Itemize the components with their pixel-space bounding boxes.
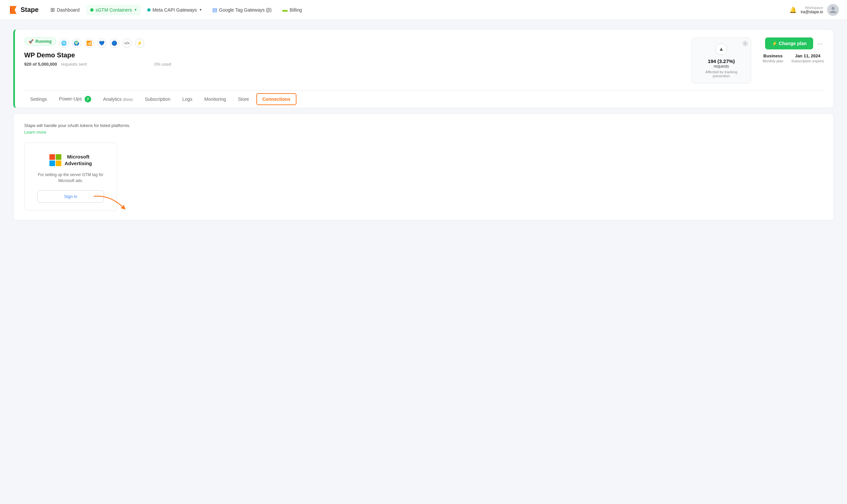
stats-unit: requests bbox=[700, 64, 743, 69]
tab-logs[interactable]: Logs bbox=[177, 92, 198, 107]
nav-right-area: 🔔 Workspace ira@stape.io bbox=[789, 4, 839, 16]
ms-logo: MicrosoftAdvertising bbox=[34, 154, 107, 166]
status-badge: 🚀 Running bbox=[24, 37, 56, 46]
requests-used: 920 of 5,000,000 bbox=[24, 62, 57, 67]
usage-pct: 0% used bbox=[154, 62, 171, 67]
ms-logo-text: MicrosoftAdvertising bbox=[65, 154, 92, 166]
tab-settings[interactable]: Settings bbox=[24, 92, 53, 107]
learn-more-link[interactable]: Learn more bbox=[24, 130, 46, 134]
nav-meta-label: Meta CAPI Gateways bbox=[152, 7, 197, 13]
icon-globe2[interactable]: 🌍 bbox=[72, 38, 81, 48]
nav-sgtm-icon bbox=[90, 8, 93, 12]
plan-expiry-date: Jan 11, 2024 bbox=[791, 53, 824, 58]
stats-sublabel: Affected by tracking bbox=[700, 70, 743, 74]
ms-green-square bbox=[56, 154, 61, 160]
tab-powerups[interactable]: Power-Ups 7 bbox=[53, 91, 97, 108]
container-card: 🚀 Running 🌐 🌍 📶 💙 🔵 </> ⚡ WP Demo Stape … bbox=[13, 29, 834, 108]
ms-ad-desc: For setting up the server GTM tag for Mi… bbox=[34, 172, 107, 184]
plan-expiry-label: Subscription expires bbox=[791, 59, 824, 63]
nav-gtag[interactable]: ▤ Google Tag Gateways (β) bbox=[208, 4, 276, 16]
stats-count: 194 (3.27%) bbox=[700, 58, 743, 64]
top-navigation: Stape ⊞ Dashboard sGTM Containers ▾ Meta… bbox=[0, 0, 847, 20]
plan-expiry-col: Jan 11, 2024 Subscription expires bbox=[791, 53, 824, 63]
tab-analytics[interactable]: Analytics (Beta) bbox=[97, 92, 139, 107]
nav-sgtm-label: sGTM Containers bbox=[95, 7, 132, 13]
plan-panel: ⚡ Change plan ··· Business Monthly plan … bbox=[751, 37, 824, 63]
nav-billing-icon: ▬ bbox=[282, 7, 288, 13]
icon-circle-blue[interactable]: 🔵 bbox=[110, 38, 119, 48]
plan-name-col: Business Monthly plan bbox=[763, 53, 783, 63]
icon-chart[interactable]: 📶 bbox=[85, 38, 94, 48]
requests-info: 920 of 5,000,000 requests sent 0% used bbox=[24, 62, 691, 67]
main-content: 🚀 Running 🌐 🌍 📶 💙 🔵 </> ⚡ WP Demo Stape … bbox=[0, 20, 847, 230]
arrow-annotation bbox=[91, 193, 130, 213]
plan-name: Business bbox=[763, 53, 783, 58]
nav-dashboard-label: Dashboard bbox=[57, 7, 79, 13]
plan-sub: Monthly plan bbox=[763, 59, 783, 63]
icon-heart[interactable]: 💙 bbox=[97, 38, 106, 48]
icon-globe1[interactable]: 🌐 bbox=[59, 38, 69, 48]
stats-info-icon[interactable]: i bbox=[742, 40, 748, 47]
workspace-email: ira@stape.io bbox=[800, 10, 823, 14]
tabs-row: Settings Power-Ups 7 Analytics (Beta) Su… bbox=[24, 90, 824, 108]
tab-store[interactable]: Store bbox=[232, 92, 255, 107]
container-top: 🚀 Running 🌐 🌍 📶 💙 🔵 </> ⚡ WP Demo Stape … bbox=[24, 37, 824, 84]
powerups-badge: 7 bbox=[85, 96, 91, 103]
more-options-button[interactable]: ··· bbox=[816, 38, 824, 49]
ms-blue-square bbox=[49, 161, 55, 166]
nav-gtag-label: Google Tag Gateways (β) bbox=[219, 7, 272, 13]
workspace-info: Workspace ira@stape.io bbox=[800, 6, 823, 14]
ms-yellow-square bbox=[56, 161, 61, 166]
bell-icon[interactable]: 🔔 bbox=[789, 6, 797, 14]
connections-section: Stape will handle your oAuth tokens for … bbox=[13, 113, 834, 220]
container-info: 🚀 Running 🌐 🌍 📶 💙 🔵 </> ⚡ WP Demo Stape … bbox=[24, 37, 691, 67]
nav-sgtm[interactable]: sGTM Containers ▾ bbox=[86, 5, 141, 15]
stats-panel: i ▲ 194 (3.27%) requests Affected by tra… bbox=[691, 37, 751, 84]
nav-meta[interactable]: Meta CAPI Gateways ▾ bbox=[143, 5, 205, 15]
tab-subscription[interactable]: Subscription bbox=[139, 92, 177, 107]
requests-label: requests sent bbox=[61, 62, 87, 67]
nav-gtag-icon: ▤ bbox=[212, 7, 217, 13]
ms-grid-icon bbox=[49, 154, 61, 166]
logo-text: Stape bbox=[21, 6, 38, 14]
status-text: Running bbox=[35, 39, 52, 44]
plan-details: Business Monthly plan Jan 11, 2024 Subsc… bbox=[763, 53, 824, 63]
app-logo[interactable]: Stape bbox=[8, 5, 38, 15]
container-title: WP Demo Stape bbox=[24, 51, 691, 59]
stats-sublabel2: prevention bbox=[700, 74, 743, 78]
workspace-label: Workspace bbox=[800, 6, 823, 10]
nav-sgtm-chevron: ▾ bbox=[134, 7, 137, 12]
stats-arrow-btn[interactable]: ▲ bbox=[715, 43, 727, 55]
avatar[interactable] bbox=[827, 4, 839, 16]
tab-monitoring[interactable]: Monitoring bbox=[198, 92, 232, 107]
nav-dashboard[interactable]: ⊞ Dashboard bbox=[47, 4, 84, 16]
status-emoji: 🚀 bbox=[29, 39, 34, 44]
ms-red-square bbox=[49, 154, 55, 160]
tab-connections[interactable]: Connections bbox=[256, 93, 296, 105]
change-plan-button[interactable]: ⚡ Change plan bbox=[765, 37, 813, 49]
nav-meta-chevron: ▾ bbox=[200, 7, 202, 12]
nav-billing[interactable]: ▬ Billing bbox=[278, 4, 306, 16]
analytics-suffix: (Beta) bbox=[123, 97, 133, 102]
ms-ad-card: MicrosoftAdvertising For setting up the … bbox=[24, 143, 117, 211]
icon-row: 🚀 Running 🌐 🌍 📶 💙 🔵 </> ⚡ bbox=[24, 37, 691, 49]
nav-billing-label: Billing bbox=[289, 7, 302, 13]
nav-meta-icon bbox=[147, 8, 150, 12]
connections-desc: Stape will handle your oAuth tokens for … bbox=[24, 123, 823, 128]
icon-code[interactable]: </> bbox=[122, 38, 132, 48]
top-right-actions: ⚡ Change plan ··· bbox=[765, 37, 824, 49]
icon-lightning[interactable]: ⚡ bbox=[135, 38, 144, 48]
